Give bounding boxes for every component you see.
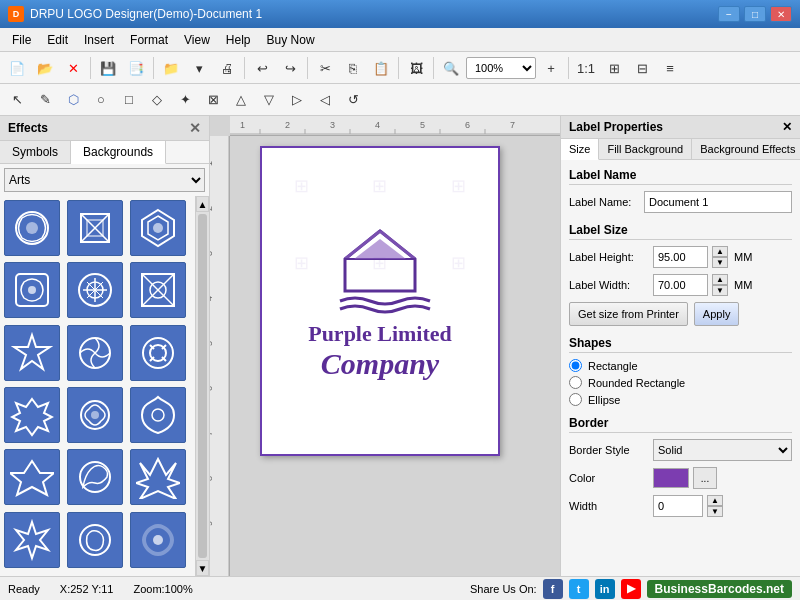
label-name-input[interactable] [644,191,792,213]
linkedin-icon[interactable]: in [595,579,615,599]
tool2[interactable]: ✎ [32,87,58,113]
border-style-select[interactable]: Solid Dashed Dotted [653,439,792,461]
folder-button[interactable]: 📁 [158,55,184,81]
menu-file[interactable]: File [4,31,39,49]
effect-item[interactable] [67,512,123,568]
effect-item[interactable] [4,449,60,505]
scroll-down[interactable]: ▼ [196,560,209,576]
get-size-from-printer-button[interactable]: Get size from Printer [569,302,688,326]
border-color-picker-button[interactable]: ... [693,467,717,489]
title-bar: D DRPU LOGO Designer(Demo)-Document 1 − … [0,0,800,28]
tab-fill-background[interactable]: Fill Background [599,139,692,159]
options-button[interactable]: ≡ [657,55,683,81]
effects-scrollbar[interactable]: ▲ ▼ [195,196,209,576]
effect-item[interactable] [4,512,60,568]
effect-item[interactable] [67,200,123,256]
effect-item[interactable] [130,387,186,443]
scroll-up[interactable]: ▲ [196,196,209,212]
shape-rectangle-radio[interactable] [569,359,582,372]
tool13[interactable]: ↺ [340,87,366,113]
tab-backgrounds[interactable]: Backgrounds [71,141,166,164]
redo-button[interactable]: ↪ [277,55,303,81]
effect-item[interactable] [130,200,186,256]
border-width-input[interactable] [653,495,703,517]
effect-item[interactable] [4,200,60,256]
tool10[interactable]: ▽ [256,87,282,113]
tool7[interactable]: ✦ [172,87,198,113]
close-doc-button[interactable]: ✕ [60,55,86,81]
tool8[interactable]: ⊠ [200,87,226,113]
minimize-button[interactable]: − [718,6,740,22]
menu-insert[interactable]: Insert [76,31,122,49]
tool4[interactable]: ○ [88,87,114,113]
effect-item[interactable] [4,325,60,381]
tool6[interactable]: ◇ [144,87,170,113]
effect-item[interactable] [130,325,186,381]
effects-panel: Effects ✕ Symbols Backgrounds Arts Natur… [0,116,210,576]
label-width-input[interactable] [653,274,708,296]
shape-rounded-radio[interactable] [569,376,582,389]
height-spin-up[interactable]: ▲ [712,246,728,257]
youtube-icon[interactable]: ▶ [621,579,641,599]
apply-button[interactable]: Apply [694,302,740,326]
open-button[interactable]: 📂 [32,55,58,81]
menu-help[interactable]: Help [218,31,259,49]
effect-item[interactable] [67,262,123,318]
height-spin-down[interactable]: ▼ [712,257,728,268]
border-width-up[interactable]: ▲ [707,495,723,506]
effect-item[interactable] [4,387,60,443]
grid2-button[interactable]: ⊟ [629,55,655,81]
design-canvas[interactable]: ⊞ ⊞ ⊞ ⊞ ⊞ ⊞ [260,146,500,456]
effect-item[interactable] [130,262,186,318]
actual-size-button[interactable]: 1:1 [573,55,599,81]
effect-item[interactable] [4,262,60,318]
paste-button[interactable]: 📋 [368,55,394,81]
copy-button[interactable]: ⎘ [340,55,366,81]
effect-item[interactable] [67,387,123,443]
tool12[interactable]: ◁ [312,87,338,113]
tab-background-effects[interactable]: Background Effects [692,139,800,159]
new-button[interactable]: 📄 [4,55,30,81]
tab-symbols[interactable]: Symbols [0,141,71,163]
dropdown-btn[interactable]: ▾ [186,55,212,81]
menu-format[interactable]: Format [122,31,176,49]
twitter-icon[interactable]: t [569,579,589,599]
tool5[interactable]: □ [116,87,142,113]
zoom-select[interactable]: 100% [466,57,536,79]
image-button[interactable]: 🖼 [403,55,429,81]
tool11[interactable]: ▷ [284,87,310,113]
effect-item[interactable] [130,512,186,568]
undo-button[interactable]: ↩ [249,55,275,81]
zoom-in-button[interactable]: + [538,55,564,81]
border-width-down[interactable]: ▼ [707,506,723,517]
effects-close-button[interactable]: ✕ [189,120,201,136]
print-button[interactable]: 🖨 [214,55,240,81]
shape-ellipse-radio[interactable] [569,393,582,406]
width-spin-down[interactable]: ▼ [712,285,728,296]
label-height-input[interactable] [653,246,708,268]
tool3[interactable]: ⬡ [60,87,86,113]
menu-edit[interactable]: Edit [39,31,76,49]
effect-item[interactable] [130,449,186,505]
save-as-button[interactable]: 📑 [123,55,149,81]
cut-button[interactable]: ✂ [312,55,338,81]
menu-buynow[interactable]: Buy Now [259,31,323,49]
facebook-icon[interactable]: f [543,579,563,599]
width-spin-up[interactable]: ▲ [712,274,728,285]
zoom-out-button[interactable]: 🔍 [438,55,464,81]
svg-text:9: 9 [210,521,214,526]
effect-item[interactable] [67,325,123,381]
close-button[interactable]: ✕ [770,6,792,22]
effects-category-dropdown[interactable]: Arts Nature Business Animals [4,168,205,192]
tool1[interactable]: ↖ [4,87,30,113]
save-button[interactable]: 💾 [95,55,121,81]
border-color-swatch[interactable] [653,468,689,488]
effect-item[interactable] [67,449,123,505]
label-properties-close[interactable]: ✕ [782,120,792,134]
tool9[interactable]: △ [228,87,254,113]
menu-view[interactable]: View [176,31,218,49]
category-select[interactable]: Arts Nature Business Animals [4,168,205,192]
grid-button[interactable]: ⊞ [601,55,627,81]
maximize-button[interactable]: □ [744,6,766,22]
tab-size[interactable]: Size [561,139,599,160]
